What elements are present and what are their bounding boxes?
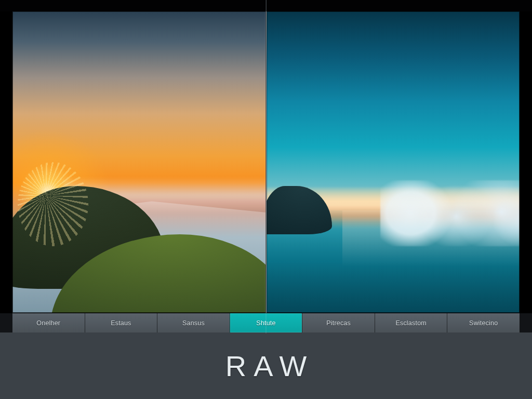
tab-onelher[interactable]: Onelher [12,313,85,332]
preview-pane-after[interactable] [267,11,520,313]
sun-rays-icon [18,162,89,246]
preview-pane-before[interactable] [12,11,266,313]
tab-switecino[interactable]: Switecino [447,313,520,332]
after-image [267,11,520,313]
topbar-left [0,0,266,11]
before-image [12,11,266,313]
app-frame: Onelher Estaus Sansus Shtute Pitrecas Es… [0,0,532,399]
tab-esclastom[interactable]: Esclastom [375,313,447,332]
tab-pitrecas[interactable]: Pitrecas [302,313,375,332]
footer-bar: RAW [0,332,532,399]
compare-preview [0,11,532,313]
topbar-right [267,0,533,11]
tab-sansus[interactable]: Sansus [157,313,230,332]
format-title: RAW [225,349,314,383]
cloud-bank [380,180,520,247]
tab-estaus[interactable]: Estaus [85,313,157,332]
